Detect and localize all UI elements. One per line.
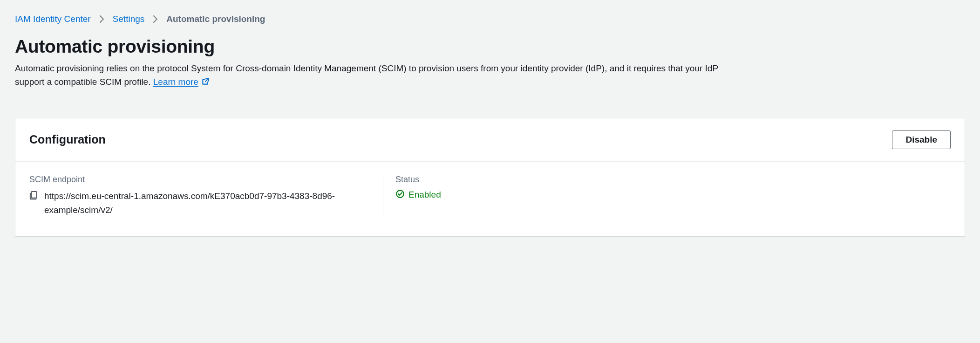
status-field: Status Enabled bbox=[383, 175, 441, 218]
svg-rect-0 bbox=[31, 192, 36, 198]
external-link-icon bbox=[201, 76, 210, 89]
scim-endpoint-field: SCIM endpoint https://scim.eu-central-1.… bbox=[29, 175, 383, 218]
scim-endpoint-value-row: https://scim.eu-central-1.amazonaws.com/… bbox=[29, 189, 371, 218]
breadcrumb-link-settings[interactable]: Settings bbox=[113, 14, 145, 24]
breadcrumb-current: Automatic provisioning bbox=[166, 14, 265, 24]
disable-button[interactable]: Disable bbox=[892, 130, 951, 149]
configuration-panel: Configuration Disable SCIM endpoint http… bbox=[15, 118, 965, 237]
chevron-right-icon bbox=[99, 15, 104, 23]
status-value-row: Enabled bbox=[395, 189, 441, 201]
chevron-right-icon bbox=[153, 15, 158, 23]
scim-endpoint-value: https://scim.eu-central-1.amazonaws.com/… bbox=[44, 189, 352, 218]
copy-icon[interactable] bbox=[29, 191, 39, 200]
description-text: Automatic provisioning relies on the pro… bbox=[15, 63, 718, 87]
scim-endpoint-label: SCIM endpoint bbox=[29, 175, 371, 185]
status-value: Enabled bbox=[408, 190, 441, 200]
page-title: Automatic provisioning bbox=[15, 36, 965, 57]
status-label: Status bbox=[395, 175, 441, 185]
panel-title: Configuration bbox=[29, 133, 106, 146]
panel-header: Configuration Disable bbox=[15, 118, 965, 162]
check-circle-icon bbox=[395, 189, 405, 201]
panel-body: SCIM endpoint https://scim.eu-central-1.… bbox=[15, 162, 965, 236]
page-description: Automatic provisioning relies on the pro… bbox=[15, 62, 723, 90]
learn-more-link[interactable]: Learn more bbox=[153, 77, 210, 87]
breadcrumb: IAM Identity Center Settings Automatic p… bbox=[15, 14, 965, 24]
breadcrumb-link-iam-identity-center[interactable]: IAM Identity Center bbox=[15, 14, 91, 24]
